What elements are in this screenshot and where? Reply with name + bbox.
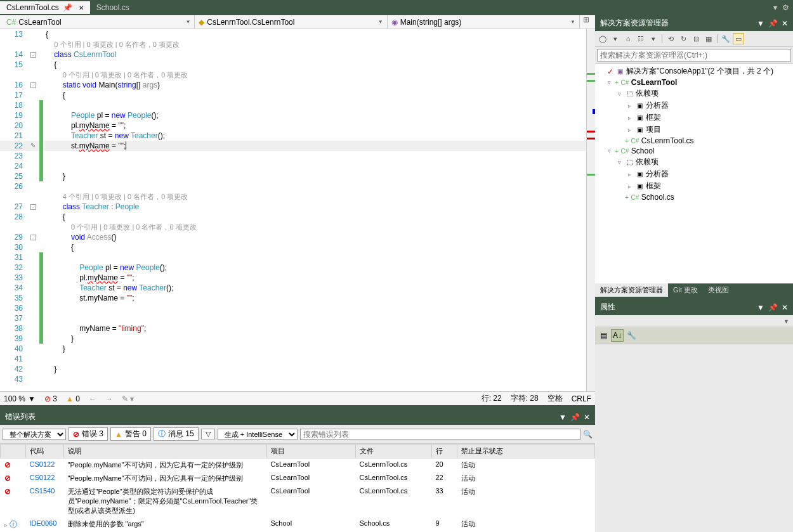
fold-toggle[interactable] [27, 242, 39, 252]
chevron-down-icon[interactable]: ▼ [783, 318, 789, 325]
brush-icon[interactable]: ✎ ▾ [122, 394, 134, 403]
code-text[interactable]: } [43, 171, 586, 181]
file-tab-school[interactable]: School.cs [90, 1, 136, 14]
fold-toggle[interactable] [27, 171, 39, 181]
code-line[interactable]: 0 个引用 | 0 项更改 | 0 名作者，0 项更改 [0, 70, 586, 80]
minimap-scrollbar[interactable] [586, 29, 595, 391]
back-icon[interactable]: ◯ [597, 33, 608, 44]
code-line[interactable]: 42 } [0, 364, 586, 374]
error-row[interactable]: ⊘CS0122"People.myName"不可访问，因为它具有一定的保护级别C… [1, 472, 595, 485]
fold-toggle[interactable]: - [27, 232, 39, 242]
dropdown-icon[interactable]: ▼ [559, 413, 567, 422]
fold-toggle[interactable] [27, 283, 39, 293]
sync-icon[interactable]: ⟲ [665, 33, 676, 44]
fold-toggle[interactable]: - [27, 49, 39, 60]
preview-icon[interactable]: ▭ [733, 33, 744, 44]
code-text[interactable]: st.myName = ""; [43, 141, 586, 151]
code-line[interactable]: 24 [0, 161, 586, 171]
show-all-icon[interactable]: ▦ [703, 33, 714, 44]
code-line[interactable]: 4 个引用 | 0 项更改 | 0 名作者，0 项更改 [0, 191, 586, 202]
tab-dropdown-icon[interactable]: ▾ [773, 3, 777, 12]
fold-toggle[interactable] [27, 110, 39, 120]
close-icon[interactable]: ✕ [79, 4, 84, 11]
tree-node[interactable]: ▹▣分析器 [595, 168, 793, 180]
nav-fwd-icon[interactable]: → [105, 394, 113, 403]
refresh-icon[interactable]: ↻ [678, 33, 689, 44]
tree-node[interactable]: + C#CsLenrnTool.cs [595, 136, 793, 146]
tree-node[interactable]: ▹▣框架 [595, 180, 793, 192]
column-header[interactable]: 项目 [267, 444, 356, 458]
code-line[interactable]: 22✎ st.myName = ""; [0, 141, 586, 151]
pending-icon[interactable]: ▾ [648, 33, 659, 44]
column-header[interactable]: 禁止显示状态 [457, 444, 595, 458]
fold-toggle[interactable] [27, 151, 39, 161]
switch-view-icon[interactable]: ☷ [635, 33, 646, 44]
tree-node[interactable]: ▿+ C#School [595, 146, 793, 156]
errors-filter-button[interactable]: ⊘错误 3 [69, 427, 108, 441]
fold-toggle[interactable] [27, 334, 39, 344]
code-line[interactable]: 19 People pl = new People(); [0, 110, 586, 120]
dropdown-icon[interactable]: ▼ [757, 19, 764, 28]
nav-method[interactable]: ◉ Main(string[] args) ▼ [388, 15, 580, 29]
home-icon[interactable]: ⌂ [622, 33, 634, 44]
code-text[interactable] [43, 181, 586, 191]
code-text[interactable]: } [43, 344, 586, 354]
zoom-selector[interactable]: 100 % ▼ [4, 394, 36, 403]
code-line[interactable]: 37 [0, 313, 586, 323]
column-header[interactable]: 代码 [26, 444, 64, 458]
properties-icon[interactable]: 🔧 [720, 33, 731, 44]
code-text[interactable] [43, 151, 586, 161]
code-text[interactable]: pl.myName = ""; [43, 120, 586, 131]
code-text[interactable] [43, 354, 586, 364]
pin-icon[interactable]: 📌 [63, 3, 72, 12]
code-line[interactable]: 41 [0, 354, 586, 364]
tree-node[interactable]: + C#School.cs [595, 192, 793, 202]
chevron-down-icon[interactable]: ▼ [185, 19, 190, 25]
code-line[interactable]: 40 } [0, 344, 586, 354]
code-line[interactable]: 28 { [0, 212, 586, 222]
code-line[interactable]: 14- class CsLenrnTool [0, 49, 586, 60]
solution-node[interactable]: ✓▣ 解决方案"ConsoleApp1"(2 个项目，共 2 个) [595, 65, 793, 77]
code-text[interactable]: } [43, 334, 586, 344]
close-icon[interactable]: ✕ [782, 19, 788, 28]
solution-search-input[interactable] [597, 49, 791, 62]
code-line[interactable]: 30 { [0, 242, 586, 252]
search-icon[interactable]: 🔍 [583, 430, 593, 439]
code-text[interactable] [43, 161, 586, 171]
error-count[interactable]: ⊘ 3 [44, 394, 57, 403]
fold-toggle[interactable] [27, 29, 39, 39]
code-line[interactable]: 17 { [0, 90, 586, 100]
code-text[interactable]: { [43, 90, 586, 100]
error-search-input[interactable] [300, 429, 580, 440]
fold-toggle[interactable] [27, 263, 39, 273]
code-text[interactable]: pl.myName = ""; [43, 273, 586, 283]
code-text[interactable] [43, 313, 586, 323]
categorize-icon[interactable]: ▤ [597, 329, 610, 342]
code-text[interactable]: class Teacher : People [43, 202, 586, 212]
code-line[interactable]: 29- void Access() [0, 232, 586, 242]
code-line[interactable]: 20 pl.myName = ""; [0, 120, 586, 131]
error-row[interactable]: ⊘CS0122"People.myName"不可访问，因为它具有一定的保护级别C… [1, 458, 595, 472]
code-line[interactable]: 33 pl.myName = ""; [0, 273, 586, 283]
column-header[interactable]: 行 [432, 444, 457, 458]
nav-class[interactable]: ◆ CsLenrnTool.CsLenrnTool ▼ [195, 15, 387, 29]
nav-back-icon[interactable]: ← [89, 394, 96, 403]
fold-toggle[interactable] [27, 313, 39, 323]
code-line[interactable]: 25 } [0, 171, 586, 181]
fold-toggle[interactable] [27, 222, 39, 232]
code-line[interactable]: 34 Teacher st = new Teacher(); [0, 283, 586, 293]
column-header[interactable]: 说明 [64, 444, 267, 458]
error-row[interactable]: ⊘CS1540无法通过"People"类型的限定符访问受保护的成员"People… [1, 485, 595, 517]
filter-button[interactable]: ▽ [201, 429, 215, 439]
indent-mode[interactable]: 空格 [547, 393, 563, 404]
fold-toggle[interactable] [27, 191, 39, 202]
messages-filter-button[interactable]: ⓘ消息 15 [154, 427, 199, 441]
code-line[interactable]: 13{ [0, 29, 586, 39]
error-row[interactable]: ▹ ⓘIDE0060删除未使用的参数 "args"SchoolSchool.cs… [1, 517, 595, 532]
pin-icon[interactable]: 📌 [768, 19, 778, 28]
column-header[interactable] [1, 444, 26, 458]
fold-toggle[interactable]: - [27, 80, 39, 90]
code-text[interactable]: People pl = new People(); [43, 263, 586, 273]
code-text[interactable]: { [43, 212, 586, 222]
code-line[interactable]: 18 [0, 100, 586, 110]
